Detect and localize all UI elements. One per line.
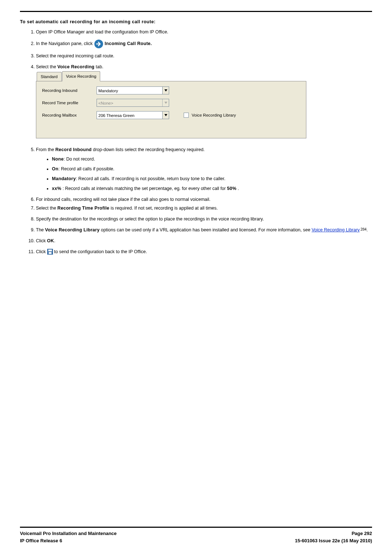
steps-list: Open IP Office Manager and load the conf… (20, 28, 372, 255)
step-8-text: Specify the destination for the recordin… (36, 216, 264, 222)
tab-row: Standard Voice Recording (37, 73, 306, 81)
select-recording-mailbox[interactable]: 206 Theresa Green (97, 111, 169, 119)
bullet-percent: xx% : Record calls at intervals matching… (52, 185, 372, 192)
step-7: Select the Recording Time Profile is req… (36, 204, 372, 212)
footer-issue: 15-601063 Issue 22e (16 May 2010) (295, 537, 372, 544)
row-recording-inbound: Recording Inbound Mandatory (42, 86, 300, 94)
chevron-down-icon[interactable] (162, 112, 169, 119)
footer-row-1: Voicemail Pro Installation and Maintenan… (20, 530, 372, 537)
select-record-time-profile-value: <None> (97, 99, 162, 106)
voice-recording-panel: Recording Inbound Mandatory Record Time … (36, 81, 306, 138)
step-6: For inbound calls, recording will not ta… (36, 196, 372, 203)
footer-page-num: Page 292 (352, 530, 372, 537)
save-icon (47, 249, 53, 255)
step-11-text-a: Click (36, 249, 47, 254)
bullet-on-text: : Record all calls if possible. (58, 166, 114, 171)
page-heading: To set automatic call recording for an i… (20, 19, 372, 25)
step-9-text-c: options can be used only if a VRL applic… (99, 227, 311, 232)
step-10-label: OK (47, 238, 54, 243)
incoming-call-route-icon (94, 39, 103, 49)
checkbox-voice-recording-library[interactable] (184, 113, 189, 118)
checkbox-voice-recording-library-group: Voice Recording Library (184, 112, 236, 118)
step-7-text-a: Select the (36, 206, 57, 211)
step-10: Click OK. (36, 237, 372, 244)
bullet-percent-label: xx% (52, 186, 61, 191)
tab-voice-recording[interactable]: Voice Recording (62, 71, 101, 81)
label-recording-mailbox: Recording Mailbox (42, 112, 97, 118)
footer-rule (20, 527, 372, 528)
tab-standard[interactable]: Standard (37, 72, 62, 81)
voice-recording-screenshot: Standard Voice Recording Recording Inbou… (36, 73, 306, 139)
step-5-bullets: None: Do not record. On: Record all call… (36, 155, 372, 192)
step-9-text-d: . (367, 227, 368, 232)
select-recording-inbound-value: Mandatory (97, 87, 162, 94)
step-5-text-c: drop-down lists select the recording fre… (92, 147, 205, 152)
row-record-time-profile: Record Time profile <None> (42, 99, 300, 107)
step-1: Open IP Office Manager and load the conf… (36, 28, 372, 36)
step-10-text-a: Click (36, 238, 47, 243)
step-7-text-c: is required. If not set, recording is ap… (109, 206, 218, 211)
link-voice-recording-library[interactable]: Voice Recording Library (311, 227, 360, 232)
step-11-text-b: to send the configuration back to the IP… (53, 249, 147, 254)
step-2-text-a: In the Navigation pane, click (36, 41, 94, 46)
bullet-none: None: Do not record. (52, 155, 372, 163)
step-5-label: Record Inbound (56, 147, 92, 152)
checkbox-voice-recording-library-label: Voice Recording Library (192, 112, 236, 118)
tab-standard-label: Standard (41, 74, 58, 79)
step-8: Specify the destination for the recordin… (36, 215, 372, 223)
step-4-text-c: tab. (94, 64, 103, 69)
step-3-text: Select the required incoming call route. (36, 53, 114, 58)
footer-doc-title: Voicemail Pro Installation and Maintenan… (20, 530, 117, 537)
chevron-down-icon (162, 99, 169, 106)
bullet-percent-value: 50% (227, 186, 236, 191)
page-footer: Voicemail Pro Installation and Maintenan… (20, 527, 372, 544)
step-5-text-a: From the (36, 147, 56, 152)
step-9-label: Voice Recording Library (45, 227, 99, 232)
chevron-down-icon[interactable] (162, 87, 169, 94)
bullet-mandatory: Mandatory: Record all calls. If recordin… (52, 175, 372, 182)
step-11: Click to send the configuration back to … (36, 248, 372, 255)
bullet-mandatory-text: : Record all calls. If recording is not … (76, 176, 225, 181)
link-ref-num: 284 (360, 227, 367, 231)
bullet-percent-text-d: . (236, 186, 239, 191)
step-10-text-c: . (54, 238, 55, 243)
label-recording-inbound: Recording Inbound (42, 87, 97, 94)
bullet-on-label: On (52, 166, 58, 171)
bullet-percent-text-b: : Record calls at intervals matching the… (61, 186, 227, 191)
bullet-mandatory-label: Mandatory (52, 176, 76, 181)
label-record-time-profile: Record Time profile (42, 100, 97, 106)
step-2: In the Navigation pane, click Incoming C… (36, 39, 372, 49)
step-7-label: Recording Time Profile (57, 206, 109, 211)
step-1-text: Open IP Office Manager and load the conf… (36, 29, 168, 35)
step-4-text-a: Select the (36, 64, 57, 69)
select-recording-inbound[interactable]: Mandatory (97, 86, 169, 94)
select-recording-mailbox-value: 206 Theresa Green (97, 112, 162, 119)
footer-row-2: IP Office Release 6 15-601063 Issue 22e … (20, 537, 372, 544)
step-9: The Voice Recording Library options can … (36, 226, 372, 234)
step-4: Select the Voice Recording tab. Standard… (36, 63, 372, 139)
bullet-none-label: None (52, 157, 64, 162)
bullet-none-text: : Do not record. (64, 157, 95, 162)
step-3: Select the required incoming call route. (36, 52, 372, 60)
row-recording-mailbox: Recording Mailbox 206 Theresa Green Voic… (42, 111, 300, 119)
step-5: From the Record Inbound drop-down lists … (36, 146, 372, 192)
footer-release: IP Office Release 6 (20, 537, 62, 544)
tab-voice-recording-label: Voice Recording (66, 74, 97, 78)
step-9-text-a: The (36, 227, 45, 232)
step-4-label: Voice Recording (57, 64, 94, 69)
step-2-label: Incoming Call Route. (105, 41, 152, 46)
select-record-time-profile: <None> (97, 99, 169, 107)
top-rule (20, 11, 372, 12)
step-6-text: For inbound calls, recording will not ta… (36, 197, 211, 202)
bullet-on: On: Record all calls if possible. (52, 165, 372, 173)
